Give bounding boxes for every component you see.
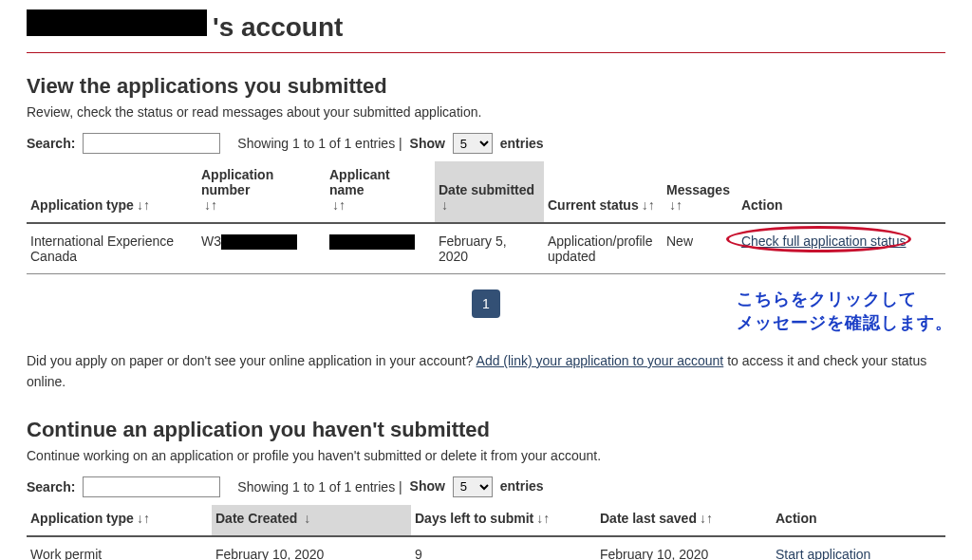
entries-suffix-1: entries <box>500 136 544 151</box>
show-label-1: Show <box>410 136 445 151</box>
section1-subhead: Review, check the status or read message… <box>27 104 945 120</box>
cell-app-type: International Experience Canada <box>27 223 197 274</box>
entries-info-2: Showing 1 to 1 of 1 entries | Show 5 ent… <box>237 476 547 497</box>
start-application-link[interactable]: Start application <box>776 547 870 560</box>
col-date-submitted[interactable]: Date submitted↓ <box>435 161 544 223</box>
show-label-2: Show <box>410 478 445 494</box>
redacted-applicant-name <box>329 234 415 250</box>
cell-current-status: Application/profile updated <box>544 223 663 274</box>
check-status-link[interactable]: Check full application status <box>741 233 907 249</box>
redacted-name <box>27 9 207 36</box>
search-input-1[interactable] <box>83 133 220 154</box>
col2-action: Action <box>772 505 945 536</box>
cell2-date-created: February 10, 2020 <box>212 536 411 560</box>
cell-action: Check full application status <box>738 223 945 274</box>
section2-heading: Continue an application you haven't subm… <box>27 418 945 442</box>
redacted-app-number <box>221 234 297 250</box>
entries-prefix-1: Showing 1 to 1 of 1 entries <box>237 136 399 151</box>
japanese-annotation: こちらをクリックして メッセージを確認します。 <box>737 288 953 335</box>
cell2-days-left: 9 <box>411 536 596 560</box>
col-messages[interactable]: Messages↓↑ <box>663 161 738 223</box>
page-1-button[interactable]: 1 <box>472 289 500 318</box>
section1-heading: View the applications you submitted <box>27 74 945 99</box>
entries-suffix-2: entries <box>500 478 544 494</box>
sort-down-icon: ↓ <box>304 511 310 526</box>
col-current-status[interactable]: Current status↓↑ <box>544 161 663 223</box>
cell2-date-last-saved: February 10, 2020 <box>596 536 772 560</box>
table-row: Work permit February 10, 2020 9 February… <box>27 536 945 560</box>
sort-down-icon: ↓ <box>441 197 448 213</box>
col-action: Action <box>738 161 945 223</box>
cell-messages: New <box>663 223 738 274</box>
sort-icon: ↓↑ <box>137 511 150 526</box>
note-prefix: Did you apply on paper or don't see your… <box>27 353 477 368</box>
sort-icon: ↓↑ <box>204 197 217 213</box>
paper-apply-note: Did you apply on paper or don't see your… <box>27 350 945 393</box>
col-app-type[interactable]: Application type↓↑ <box>27 161 197 223</box>
cell-applicant-name <box>326 223 435 274</box>
col2-date-created[interactable]: Date Created ↓ <box>212 505 411 536</box>
sort-icon: ↓↑ <box>536 511 550 526</box>
sort-icon: ↓↑ <box>700 511 713 526</box>
entries-info-1: Showing 1 to 1 of 1 entries | Show 5 ent… <box>237 133 547 154</box>
table-row: International Experience Canada W3 Febru… <box>27 223 945 274</box>
col2-days-left[interactable]: Days left to submit↓↑ <box>411 505 596 536</box>
sort-icon: ↓↑ <box>642 197 655 213</box>
search-row-1: Search: Showing 1 to 1 of 1 entries | Sh… <box>27 133 945 154</box>
cell2-app-type: Work permit <box>27 536 212 560</box>
search-row-2: Search: Showing 1 to 1 of 1 entries | Sh… <box>27 476 945 497</box>
entries-select-2[interactable]: 5 <box>453 476 493 497</box>
search-label-2: Search: <box>27 479 75 495</box>
section2-subhead: Continue working on an application or pr… <box>27 448 945 463</box>
title-suffix: 's account <box>213 12 343 43</box>
cell-app-number: W3 <box>197 223 326 274</box>
title-divider <box>27 52 945 53</box>
sort-icon: ↓↑ <box>669 197 682 213</box>
col2-app-type[interactable]: Application type↓↑ <box>27 505 212 536</box>
sort-icon: ↓↑ <box>137 197 150 213</box>
cell2-action: Start application Decline Invitation <box>772 536 945 560</box>
entries-prefix-2: Showing 1 to 1 of 1 entries <box>237 478 399 494</box>
col-applicant-name[interactable]: Applicant name↓↑ <box>326 161 435 223</box>
submitted-applications-table: Application type↓↑ Application number↓↑ … <box>27 161 945 274</box>
entries-select-1[interactable]: 5 <box>453 133 493 154</box>
unsubmitted-applications-table: Application type↓↑ Date Created ↓ Days l… <box>27 505 945 560</box>
col-app-number[interactable]: Application number↓↑ <box>197 161 326 223</box>
col2-date-last-saved[interactable]: Date last saved↓↑ <box>596 505 772 536</box>
page-title: 's account <box>27 9 945 43</box>
search-input-2[interactable] <box>83 476 220 497</box>
search-label-1: Search: <box>27 136 75 151</box>
pagination-row: 1 こちらをクリックして メッセージを確認します。 <box>27 289 945 339</box>
cell-date-submitted: February 5, 2020 <box>435 223 544 274</box>
sort-icon: ↓↑ <box>332 197 346 213</box>
add-link-application[interactable]: Add (link) your application to your acco… <box>477 353 724 368</box>
